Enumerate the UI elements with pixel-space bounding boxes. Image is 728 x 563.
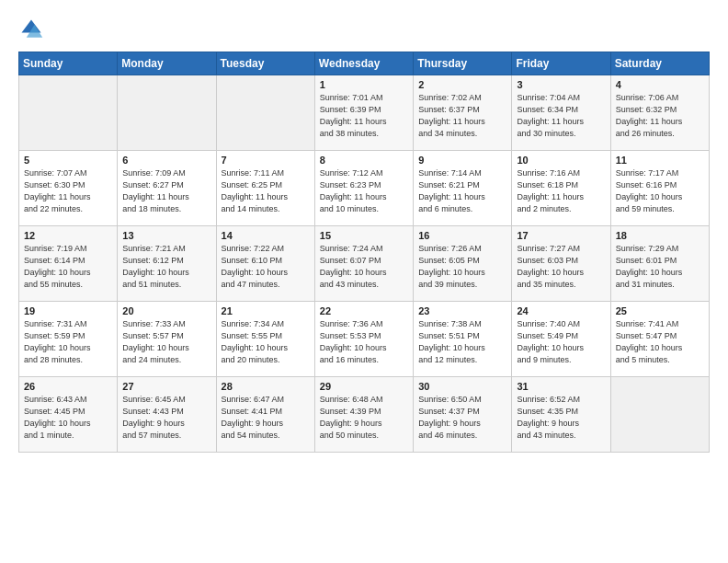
day-number: 7 — [222, 155, 310, 166]
calendar-cell: 18Sunrise: 7:29 AM Sunset: 6:01 PM Dayli… — [610, 226, 709, 302]
day-info: Sunrise: 7:06 AM Sunset: 6:32 PM Dayligh… — [616, 92, 704, 140]
logo — [18, 17, 48, 42]
day-number: 2 — [418, 79, 506, 90]
calendar-cell: 24Sunrise: 7:40 AM Sunset: 5:49 PM Dayli… — [512, 302, 610, 377]
calendar-cell: 25Sunrise: 7:41 AM Sunset: 5:47 PM Dayli… — [610, 302, 709, 377]
day-info: Sunrise: 6:52 AM Sunset: 4:35 PM Dayligh… — [517, 394, 605, 442]
day-number: 11 — [616, 155, 704, 166]
weekday-header-wednesday: Wednesday — [314, 52, 413, 75]
day-number: 17 — [517, 230, 605, 241]
day-number: 31 — [517, 381, 605, 392]
day-number: 18 — [616, 230, 704, 241]
day-info: Sunrise: 7:33 AM Sunset: 5:57 PM Dayligh… — [122, 318, 210, 366]
calendar-cell: 19Sunrise: 7:31 AM Sunset: 5:59 PM Dayli… — [19, 302, 118, 377]
calendar-cell: 3Sunrise: 7:04 AM Sunset: 6:34 PM Daylig… — [512, 75, 610, 151]
day-number: 6 — [122, 155, 210, 166]
calendar-cell: 1Sunrise: 7:01 AM Sunset: 6:39 PM Daylig… — [314, 75, 413, 151]
day-info: Sunrise: 7:22 AM Sunset: 6:10 PM Dayligh… — [222, 243, 310, 291]
calendar-cell: 6Sunrise: 7:09 AM Sunset: 6:27 PM Daylig… — [118, 151, 216, 226]
day-info: Sunrise: 6:43 AM Sunset: 4:45 PM Dayligh… — [24, 394, 112, 442]
weekday-header-tuesday: Tuesday — [216, 52, 314, 75]
weekday-header-saturday: Saturday — [610, 52, 709, 75]
day-info: Sunrise: 7:14 AM Sunset: 6:21 PM Dayligh… — [418, 167, 506, 215]
calendar-cell: 21Sunrise: 7:34 AM Sunset: 5:55 PM Dayli… — [216, 302, 314, 377]
day-info: Sunrise: 6:45 AM Sunset: 4:43 PM Dayligh… — [122, 394, 210, 442]
header — [18, 17, 710, 42]
day-number: 14 — [222, 230, 310, 241]
day-number: 9 — [418, 155, 506, 166]
day-info: Sunrise: 7:24 AM Sunset: 6:07 PM Dayligh… — [320, 243, 408, 291]
day-number: 27 — [122, 381, 210, 392]
day-info: Sunrise: 7:27 AM Sunset: 6:03 PM Dayligh… — [517, 243, 605, 291]
week-row-4: 19Sunrise: 7:31 AM Sunset: 5:59 PM Dayli… — [19, 302, 710, 377]
day-info: Sunrise: 7:07 AM Sunset: 6:30 PM Dayligh… — [24, 167, 112, 215]
day-info: Sunrise: 7:26 AM Sunset: 6:05 PM Dayligh… — [418, 243, 506, 291]
calendar-cell — [216, 75, 314, 151]
week-row-5: 26Sunrise: 6:43 AM Sunset: 4:45 PM Dayli… — [19, 377, 710, 453]
day-info: Sunrise: 7:29 AM Sunset: 6:01 PM Dayligh… — [616, 243, 704, 291]
day-number: 24 — [517, 305, 605, 316]
weekday-header-friday: Friday — [512, 52, 610, 75]
week-row-1: 1Sunrise: 7:01 AM Sunset: 6:39 PM Daylig… — [19, 75, 710, 151]
day-number: 5 — [24, 155, 112, 166]
day-info: Sunrise: 7:12 AM Sunset: 6:23 PM Dayligh… — [320, 167, 408, 215]
calendar-cell: 29Sunrise: 6:48 AM Sunset: 4:39 PM Dayli… — [314, 377, 413, 453]
day-number: 4 — [616, 79, 704, 90]
week-row-3: 12Sunrise: 7:19 AM Sunset: 6:14 PM Dayli… — [19, 226, 710, 302]
day-number: 1 — [320, 79, 408, 90]
calendar-cell: 12Sunrise: 7:19 AM Sunset: 6:14 PM Dayli… — [19, 226, 118, 302]
day-info: Sunrise: 7:01 AM Sunset: 6:39 PM Dayligh… — [320, 92, 408, 140]
calendar: SundayMondayTuesdayWednesdayThursdayFrid… — [18, 52, 710, 453]
day-number: 30 — [418, 381, 506, 392]
day-info: Sunrise: 6:48 AM Sunset: 4:39 PM Dayligh… — [320, 394, 408, 442]
weekday-header-thursday: Thursday — [414, 52, 512, 75]
day-info: Sunrise: 7:09 AM Sunset: 6:27 PM Dayligh… — [122, 167, 210, 215]
day-info: Sunrise: 7:36 AM Sunset: 5:53 PM Dayligh… — [320, 318, 408, 366]
calendar-cell: 23Sunrise: 7:38 AM Sunset: 5:51 PM Dayli… — [414, 302, 512, 377]
weekday-header-monday: Monday — [118, 52, 216, 75]
day-number: 3 — [517, 79, 605, 90]
day-number: 16 — [418, 230, 506, 241]
day-number: 8 — [320, 155, 408, 166]
day-info: Sunrise: 7:38 AM Sunset: 5:51 PM Dayligh… — [418, 318, 506, 366]
calendar-cell: 7Sunrise: 7:11 AM Sunset: 6:25 PM Daylig… — [216, 151, 314, 226]
day-number: 23 — [418, 305, 506, 316]
day-info: Sunrise: 7:41 AM Sunset: 5:47 PM Dayligh… — [616, 318, 704, 366]
calendar-cell: 30Sunrise: 6:50 AM Sunset: 4:37 PM Dayli… — [414, 377, 512, 453]
calendar-cell — [19, 75, 118, 151]
day-number: 26 — [24, 381, 112, 392]
day-number: 22 — [320, 305, 408, 316]
day-number: 10 — [517, 155, 605, 166]
calendar-cell: 8Sunrise: 7:12 AM Sunset: 6:23 PM Daylig… — [314, 151, 413, 226]
calendar-cell: 15Sunrise: 7:24 AM Sunset: 6:07 PM Dayli… — [314, 226, 413, 302]
day-number: 21 — [222, 305, 310, 316]
day-info: Sunrise: 7:17 AM Sunset: 6:16 PM Dayligh… — [616, 167, 704, 215]
day-number: 20 — [122, 305, 210, 316]
calendar-cell: 20Sunrise: 7:33 AM Sunset: 5:57 PM Dayli… — [118, 302, 216, 377]
day-info: Sunrise: 7:34 AM Sunset: 5:55 PM Dayligh… — [222, 318, 310, 366]
calendar-cell: 4Sunrise: 7:06 AM Sunset: 6:32 PM Daylig… — [610, 75, 709, 151]
day-info: Sunrise: 6:50 AM Sunset: 4:37 PM Dayligh… — [418, 394, 506, 442]
day-info: Sunrise: 7:40 AM Sunset: 5:49 PM Dayligh… — [517, 318, 605, 366]
day-info: Sunrise: 6:47 AM Sunset: 4:41 PM Dayligh… — [222, 394, 310, 442]
calendar-cell: 26Sunrise: 6:43 AM Sunset: 4:45 PM Dayli… — [19, 377, 118, 453]
calendar-cell: 9Sunrise: 7:14 AM Sunset: 6:21 PM Daylig… — [414, 151, 512, 226]
day-info: Sunrise: 7:02 AM Sunset: 6:37 PM Dayligh… — [418, 92, 506, 140]
day-info: Sunrise: 7:21 AM Sunset: 6:12 PM Dayligh… — [122, 243, 210, 291]
day-number: 13 — [122, 230, 210, 241]
calendar-cell: 16Sunrise: 7:26 AM Sunset: 6:05 PM Dayli… — [414, 226, 512, 302]
page: SundayMondayTuesdayWednesdayThursdayFrid… — [0, 0, 728, 469]
calendar-cell: 17Sunrise: 7:27 AM Sunset: 6:03 PM Dayli… — [512, 226, 610, 302]
calendar-cell: 5Sunrise: 7:07 AM Sunset: 6:30 PM Daylig… — [19, 151, 118, 226]
logo-icon — [18, 17, 44, 42]
day-info: Sunrise: 7:31 AM Sunset: 5:59 PM Dayligh… — [24, 318, 112, 366]
calendar-cell: 28Sunrise: 6:47 AM Sunset: 4:41 PM Dayli… — [216, 377, 314, 453]
day-number: 25 — [616, 305, 704, 316]
calendar-cell: 31Sunrise: 6:52 AM Sunset: 4:35 PM Dayli… — [512, 377, 610, 453]
day-number: 15 — [320, 230, 408, 241]
day-info: Sunrise: 7:16 AM Sunset: 6:18 PM Dayligh… — [517, 167, 605, 215]
day-info: Sunrise: 7:11 AM Sunset: 6:25 PM Dayligh… — [222, 167, 310, 215]
day-number: 28 — [222, 381, 310, 392]
day-number: 29 — [320, 381, 408, 392]
calendar-cell — [610, 377, 709, 453]
